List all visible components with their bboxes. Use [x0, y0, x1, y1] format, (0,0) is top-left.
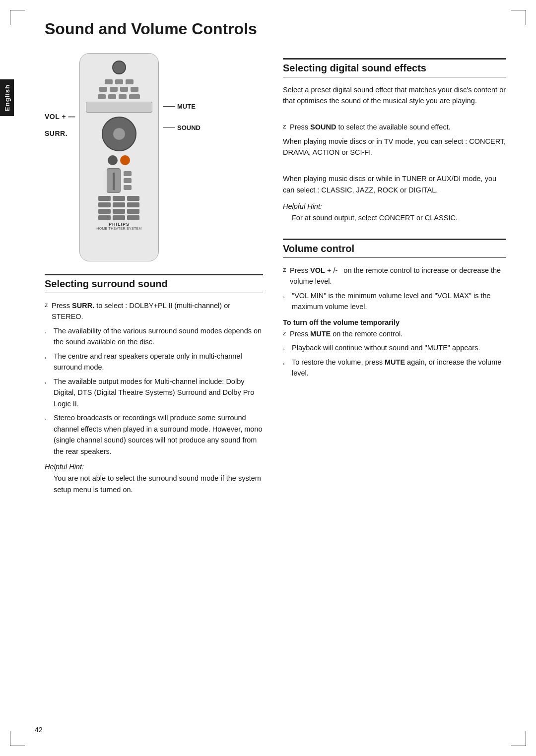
remote-btn: [115, 79, 123, 84]
volume-control-title: Volume control: [283, 243, 354, 254]
remote-btn: [110, 87, 118, 92]
remote-btn: [124, 171, 132, 176]
remote-btn: [108, 155, 118, 165]
volume-control-header: Volume control: [283, 239, 506, 258]
digital-sound-intro: Select a preset digital sound effect tha…: [283, 84, 506, 107]
btn-group-3: [86, 209, 152, 214]
remote-btn: [127, 215, 139, 220]
surround-sound-title: Selecting surround sound: [45, 278, 168, 289]
surround-hint-text: You are not able to select the surround …: [45, 473, 263, 495]
vol-label: VOL + —: [45, 113, 75, 121]
brand-subtitle: HOME THEATER SYSTEM: [86, 227, 152, 230]
surround-bullet-2: The centre and rear speakers operate onl…: [45, 351, 263, 373]
remote-display: [86, 102, 152, 113]
sound-label: SOUND: [163, 124, 201, 131]
remote-btn-orange: [120, 155, 130, 165]
mute-item-1: Press MUTE on the remote control.: [283, 328, 506, 339]
page-title: Sound and Volume Controls: [45, 20, 506, 38]
surround-bullet-4: Stereo broadcasts or recordings will pro…: [45, 412, 263, 457]
surround-bullet-3: The available output modes for Multi-cha…: [45, 376, 263, 409]
surround-bullet-1: The availability of the various surround…: [45, 325, 263, 348]
remote-btn: [119, 94, 127, 99]
slider-area: [86, 168, 152, 193]
mute-subsection-title: To turn off the volume temporarily: [283, 318, 506, 326]
right-column: Selecting digital sound effects Select a…: [283, 53, 506, 495]
nav-circle-icon: [102, 117, 136, 151]
remote-btn: [129, 94, 140, 99]
remote-btn: [113, 196, 125, 201]
remote-btn: [127, 202, 139, 207]
remote-btn: [98, 196, 111, 201]
surround-hint-title: Helpful Hint:: [45, 463, 263, 471]
volume-control-content: Press VOL + /- on the remote control to …: [283, 265, 506, 313]
digital-sound-item-1: Press SOUND to select the available soun…: [283, 122, 506, 132]
top-button-row-1: [86, 79, 152, 84]
mute-bullet-2: To restore the volume, press MUTE again,…: [283, 357, 506, 379]
remote-btn: [113, 209, 125, 214]
remote-body: PHILIPS HOME THEATER SYSTEM: [79, 53, 159, 261]
digital-sound-content: Select a preset digital sound effect tha…: [283, 84, 506, 195]
digital-sound-para-2: When playing music discs or while in TUN…: [283, 173, 506, 195]
middle-button-row-1: [86, 155, 152, 165]
digital-sound-para-1: When playing movie discs or in TV mode, …: [283, 136, 506, 158]
surr-label: SURR.: [45, 129, 75, 137]
mute-label: MUTE: [163, 103, 201, 110]
remote-btn: [127, 196, 139, 201]
remote-btn: [124, 185, 132, 190]
remote-labels-left: VOL + — SURR.: [45, 53, 75, 137]
remote-btn: [126, 79, 134, 84]
remote-btn: [127, 209, 139, 214]
page-number: 42: [35, 726, 43, 734]
remote-btn: [108, 94, 116, 99]
digital-hint-title: Helpful Hint:: [283, 202, 506, 210]
remote-btn: [105, 79, 113, 84]
remote-btn: [113, 202, 125, 207]
surround-sound-header: Selecting surround sound: [45, 274, 263, 293]
mute-bullet-1: Playback will continue without sound and…: [283, 342, 506, 353]
surround-item-1: Press SURR. to select : DOLBY+PL II (mul…: [45, 300, 263, 322]
volume-item-1: Press VOL + /- on the remote control to …: [283, 265, 506, 287]
surround-sound-content: Press SURR. to select : DOLBY+PL II (mul…: [45, 300, 263, 457]
brand-name: PHILIPS: [86, 222, 152, 227]
btn-group-2: [86, 202, 152, 207]
top-button-row-3: [86, 94, 152, 99]
digital-sound-header: Selecting digital sound effects: [283, 58, 506, 77]
remote-btn: [131, 87, 138, 92]
remote-illustration: VOL + — SURR.: [45, 53, 263, 261]
btn-group-1: [86, 196, 152, 201]
remote-btn: [98, 209, 111, 214]
surround-helpful-hint: Helpful Hint: You are not able to select…: [45, 463, 263, 495]
mute-subsection: To turn off the volume temporarily Press…: [283, 318, 506, 379]
digital-sound-helpful-hint: Helpful Hint: For at sound output, selec…: [283, 202, 506, 223]
remote-btn: [98, 202, 111, 207]
btn-group-4: [86, 215, 152, 220]
nav-center-icon: [113, 127, 126, 140]
power-button-icon: [112, 61, 126, 74]
remote-btn: [99, 87, 107, 92]
remote-btn: [113, 215, 125, 220]
digital-hint-text: For at sound output, select CONCERT or C…: [283, 212, 506, 223]
remote-btn: [98, 94, 106, 99]
remote-btn: [120, 87, 128, 92]
remote-btn: [124, 178, 132, 183]
volume-bullet-1: "VOL MIN" is the minimum volume level an…: [283, 290, 506, 313]
top-button-row-2: [86, 87, 152, 92]
vol-slider-icon: [107, 168, 121, 193]
left-column: VOL + — SURR.: [45, 53, 263, 495]
mute-content: Press MUTE on the remote control. Playba…: [283, 328, 506, 379]
digital-sound-title: Selecting digital sound effects: [283, 63, 426, 73]
remote-labels-right: MUTE SOUND: [163, 53, 201, 131]
remote-btn: [98, 215, 111, 220]
